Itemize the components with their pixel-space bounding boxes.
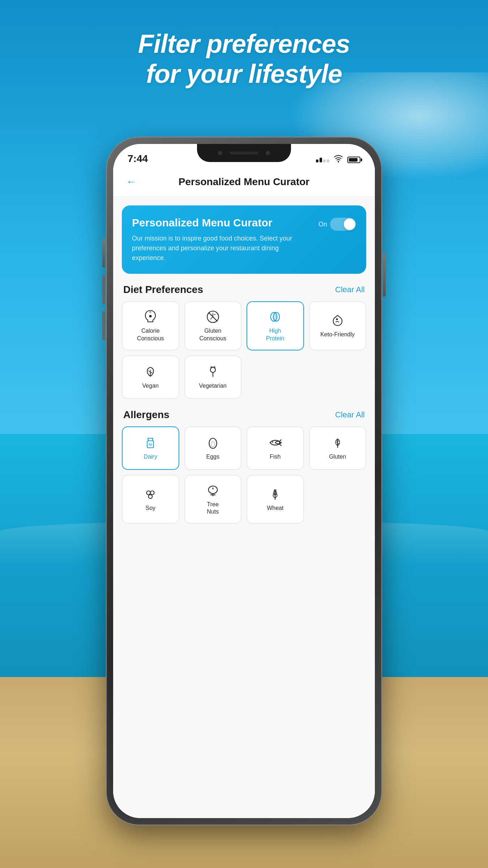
svg-point-7 <box>210 367 215 373</box>
allergens-section-header: Allergens Clear All <box>113 399 375 426</box>
calorie-label: CalorieConscious <box>137 327 164 342</box>
notch-dot-right <box>266 151 270 155</box>
high-protein-label: HighProtein <box>266 327 284 342</box>
high-protein-icon <box>267 309 283 324</box>
gluten-allergen-label: Gluten <box>329 453 346 461</box>
diet-item-gluten-conscious[interactable]: GlutenConscious <box>184 301 242 350</box>
allergen-item-dairy[interactable]: Dairy <box>122 426 179 470</box>
svg-point-12 <box>147 491 151 495</box>
soy-icon <box>143 486 158 502</box>
svg-point-0 <box>149 315 152 318</box>
soy-label: Soy <box>145 505 155 512</box>
wifi-icon <box>334 155 343 165</box>
curator-toggle[interactable] <box>330 218 356 231</box>
notch-speaker <box>230 152 258 154</box>
headline-line2: for your lifestyle <box>29 59 459 89</box>
toggle-thumb <box>344 218 355 230</box>
allergen-item-soy[interactable]: Soy <box>122 475 179 524</box>
vegan-icon <box>143 364 158 379</box>
phone-device: 7:44 <box>107 137 381 825</box>
app-content[interactable]: ← Personalized Menu Curator Personalized… <box>113 167 375 818</box>
back-button[interactable]: ← <box>124 175 138 189</box>
allergen-item-gluten[interactable]: Gluten <box>309 426 367 470</box>
phone-frame: 7:44 <box>107 137 381 825</box>
vegetarian-label: Vegetarian <box>199 382 227 390</box>
gluten-allergen-icon <box>330 435 345 450</box>
wheat-label: Wheat <box>267 505 283 512</box>
curator-card-title: Personalized Menu Curator <box>132 216 311 229</box>
vegetarian-icon <box>205 364 221 379</box>
svg-point-5 <box>273 312 277 322</box>
svg-point-13 <box>150 491 154 495</box>
phone-notch <box>197 144 291 162</box>
svg-point-11 <box>272 442 274 443</box>
svg-point-6 <box>336 318 338 320</box>
curator-card-text: Personalized Menu Curator Our mission is… <box>132 216 311 263</box>
allergens-section: Allergens Clear All Dairy <box>113 399 375 539</box>
eggs-label: Eggs <box>206 453 219 461</box>
allergen-item-wheat[interactable]: Wheat <box>247 475 304 524</box>
diet-preferences-grid: CalorieConscious GlutenConscious <box>113 301 375 399</box>
allergens-section-title: Allergens <box>123 409 170 421</box>
calorie-icon <box>143 309 158 324</box>
gluten-conscious-label: GlutenConscious <box>199 327 226 342</box>
hero-headline: Filter preferences for your lifestyle <box>0 29 488 89</box>
keto-icon <box>330 313 345 328</box>
dairy-label: Dairy <box>144 453 157 461</box>
status-icons <box>316 155 360 165</box>
allergen-item-eggs[interactable]: Eggs <box>184 426 242 470</box>
tree-nuts-label: TreeNuts <box>207 501 219 516</box>
wheat-icon <box>267 486 283 502</box>
phone-screen: 7:44 <box>113 144 375 818</box>
toggle-on-label: On <box>318 221 327 228</box>
allergen-item-tree-nuts[interactable]: TreeNuts <box>184 475 242 524</box>
curator-card: Personalized Menu Curator Our mission is… <box>122 205 366 274</box>
dairy-icon <box>143 435 158 450</box>
page-title: Personalized Menu Curator <box>146 176 342 188</box>
svg-point-14 <box>149 495 153 499</box>
gluten-conscious-icon <box>205 309 221 324</box>
keto-label: Keto-Friendly <box>320 331 355 339</box>
diet-section-title: Diet Preferences <box>123 284 203 295</box>
svg-point-10 <box>211 442 215 447</box>
diet-item-keto[interactable]: Keto-Friendly <box>309 301 367 350</box>
curator-card-description: Our mission is to inspire good food choi… <box>132 234 311 263</box>
app-header: ← Personalized Menu Curator <box>113 167 375 197</box>
allergens-clear-all-button[interactable]: Clear All <box>335 410 365 420</box>
tree-nuts-icon <box>205 483 221 498</box>
curator-toggle-area: On <box>318 218 356 231</box>
diet-item-high-protein[interactable]: HighProtein <box>247 301 304 350</box>
diet-item-calorie[interactable]: CalorieConscious <box>122 301 179 350</box>
notch-dot-left <box>218 151 222 155</box>
vegan-label: Vegan <box>142 382 159 390</box>
eggs-icon <box>205 435 221 450</box>
diet-section-header: Diet Preferences Clear All <box>113 274 375 301</box>
headline-line1: Filter preferences <box>29 29 459 59</box>
diet-item-vegetarian[interactable]: Vegetarian <box>184 356 242 399</box>
diet-item-vegan[interactable]: Vegan <box>122 356 179 399</box>
signal-icon <box>316 158 329 162</box>
battery-icon <box>347 157 360 163</box>
diet-clear-all-button[interactable]: Clear All <box>335 285 365 294</box>
allergens-grid: Dairy Eggs <box>113 426 375 524</box>
status-time: 7:44 <box>128 153 148 165</box>
allergen-item-fish[interactable]: Fish <box>247 426 304 470</box>
fish-label: Fish <box>270 453 281 461</box>
fish-icon <box>267 435 283 450</box>
